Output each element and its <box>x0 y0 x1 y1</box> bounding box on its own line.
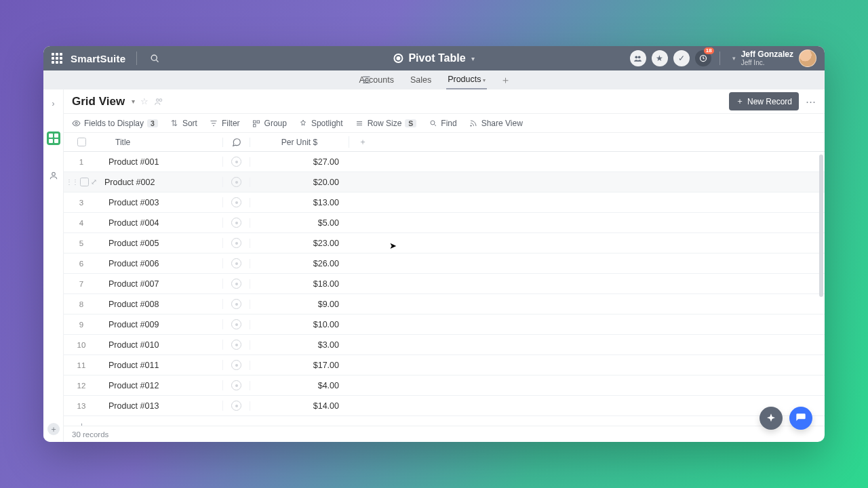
cell-status[interactable] <box>222 360 250 370</box>
svg-point-7 <box>159 98 162 101</box>
cell-title[interactable]: Product #004 <box>99 218 222 228</box>
table-row[interactable]: 9Product #009$10.00 <box>64 314 825 335</box>
cell-status[interactable] <box>222 401 250 411</box>
cell-title[interactable]: Product #012 <box>99 381 222 390</box>
table-row[interactable]: 6Product #006$26.00 <box>64 253 825 274</box>
notifications-button[interactable]: 18 <box>695 50 711 66</box>
spotlight-icon <box>299 119 308 127</box>
star-icon[interactable]: ☆ <box>140 96 149 106</box>
table-row[interactable]: 11Product #011$17.00 <box>64 355 825 375</box>
svg-point-5 <box>52 172 55 176</box>
cell-price[interactable]: $4.00 <box>250 381 349 390</box>
cell-price[interactable]: $18.00 <box>250 279 349 289</box>
cell-price[interactable]: $5.00 <box>250 218 349 228</box>
search-button[interactable] <box>148 52 161 65</box>
add-view-button[interactable]: ＋ <box>47 423 60 435</box>
tab-products[interactable]: Products▾ <box>446 70 486 89</box>
record-count: 30 records <box>72 430 108 439</box>
tab-sales[interactable]: Sales <box>409 71 433 89</box>
column-header-price[interactable]: Per Unit $ <box>250 138 349 147</box>
cell-title[interactable]: Product #009 <box>99 320 222 329</box>
new-record-button[interactable]: ＋ New Record <box>729 92 799 110</box>
cell-title[interactable]: Product #002 <box>99 178 222 187</box>
add-column-button[interactable]: ＋ <box>349 136 376 148</box>
cell-price[interactable]: $14.00 <box>250 401 349 411</box>
cell-title[interactable]: Product #011 <box>99 361 222 370</box>
table-row[interactable]: 5Product #005$23.00 <box>64 233 825 253</box>
cell-price[interactable]: $3.00 <box>250 340 349 350</box>
user-menu[interactable]: ▾ Jeff Gonzalez Jeff Inc. <box>732 49 816 67</box>
cell-price[interactable]: $13.00 <box>250 198 349 207</box>
cell-status[interactable] <box>222 258 250 268</box>
members-button[interactable] <box>630 50 646 66</box>
cell-status[interactable] <box>222 319 250 329</box>
share-view-button[interactable]: Share View <box>469 119 523 128</box>
table-row[interactable]: 10Product #010$3.00 <box>64 335 825 355</box>
cell-status[interactable] <box>222 299 250 309</box>
select-all-checkbox[interactable] <box>77 138 86 146</box>
quick-assist-button[interactable] <box>760 407 783 430</box>
group-button[interactable]: Group <box>252 119 287 128</box>
filter-button[interactable]: Filter <box>210 119 240 128</box>
chat-support-button[interactable] <box>789 407 812 430</box>
table-row[interactable]: 7Product #007$18.00 <box>64 274 825 294</box>
cell-title[interactable]: Product #003 <box>99 198 222 207</box>
add-row[interactable]: ＋ <box>64 416 825 426</box>
expand-record-icon[interactable]: ⤢ <box>91 178 97 186</box>
cell-price[interactable]: $10.00 <box>250 320 349 329</box>
tasks-button[interactable]: ✓ <box>673 50 690 66</box>
workspace-title-block[interactable]: Pivot Table ▾ <box>393 52 474 64</box>
cell-status[interactable] <box>222 238 250 248</box>
drag-handle-icon[interactable]: ⋮⋮ <box>66 178 78 186</box>
cell-status[interactable] <box>222 340 250 350</box>
add-tab-button[interactable]: ＋ <box>500 74 511 87</box>
cell-price[interactable]: $17.00 <box>250 361 349 370</box>
column-header-title[interactable]: Title <box>99 138 222 147</box>
row-size-button[interactable]: Row Size S <box>355 119 417 128</box>
cell-title[interactable]: Product #008 <box>99 300 222 309</box>
new-record-label: New Record <box>747 97 792 106</box>
share-people-icon[interactable] <box>154 97 163 106</box>
cell-title[interactable]: Product #001 <box>99 157 222 167</box>
cell-title[interactable]: Product #013 <box>99 401 222 411</box>
column-header-status[interactable] <box>222 138 250 147</box>
hamburger-icon[interactable]: ☰ <box>362 75 371 85</box>
cell-status[interactable] <box>222 177 250 187</box>
fields-to-display-button[interactable]: Fields to Display 3 <box>72 119 158 128</box>
table-row[interactable]: 12Product #012$4.00 <box>64 375 825 396</box>
table-row[interactable]: 8Product #008$9.00 <box>64 294 825 314</box>
cell-title[interactable]: Product #006 <box>99 259 222 268</box>
grid-view-icon[interactable] <box>47 131 60 145</box>
sort-button[interactable]: ⇅ Sort <box>170 119 197 128</box>
chevron-down-icon[interactable]: ▾ <box>132 98 135 105</box>
table-row[interactable]: 13Product #013$14.00 <box>64 396 825 416</box>
spotlight-button[interactable]: Spotlight <box>299 119 343 128</box>
table-row[interactable]: ⋮⋮⤢Product #002$20.00 <box>64 172 825 192</box>
cell-price[interactable]: $23.00 <box>250 239 349 248</box>
cell-status[interactable] <box>222 197 250 207</box>
cell-price[interactable]: $20.00 <box>250 178 349 187</box>
more-menu-button[interactable]: ⋯ <box>806 96 816 108</box>
cell-title[interactable]: Product #010 <box>99 340 222 350</box>
svg-point-17 <box>471 125 472 126</box>
cell-price[interactable]: $27.00 <box>250 157 349 167</box>
cell-status[interactable] <box>222 157 250 167</box>
search-icon <box>429 119 437 127</box>
person-icon[interactable] <box>49 171 58 180</box>
cell-status[interactable] <box>222 380 250 390</box>
table-row[interactable]: 1Product #001$27.00 <box>64 152 825 172</box>
row-checkbox[interactable] <box>80 178 89 186</box>
cell-price[interactable]: $26.00 <box>250 259 349 268</box>
apps-grid-icon[interactable] <box>52 53 62 64</box>
scrollbar-thumb[interactable] <box>819 155 823 297</box>
cell-status[interactable] <box>222 279 250 289</box>
cell-title[interactable]: Product #007 <box>99 279 222 289</box>
find-button[interactable]: Find <box>429 119 456 128</box>
table-row[interactable]: 4Product #004$5.00 <box>64 213 825 233</box>
cell-price[interactable]: $9.00 <box>250 300 349 309</box>
cell-title[interactable]: Product #005 <box>99 239 222 248</box>
table-row[interactable]: 3Product #003$13.00 <box>64 192 825 213</box>
cell-status[interactable] <box>222 218 250 228</box>
favorites-button[interactable]: ★ <box>652 50 668 66</box>
expand-sidebar-button[interactable]: › <box>50 96 58 111</box>
